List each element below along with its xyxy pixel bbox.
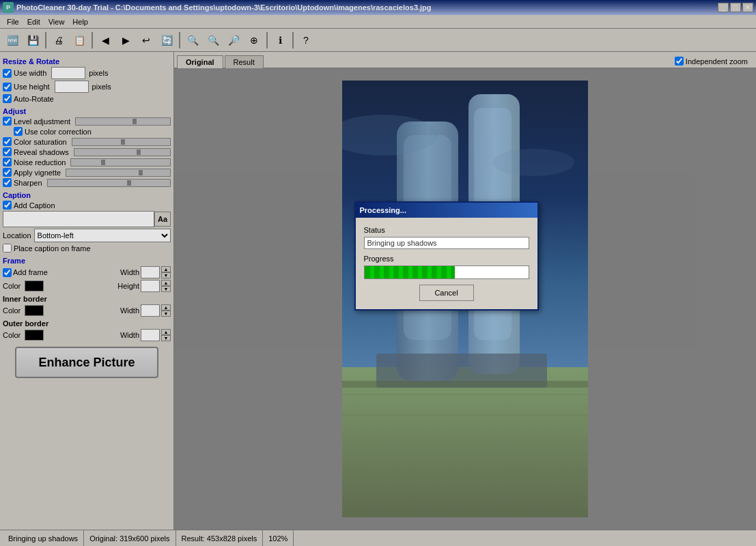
modal-title: Processing...	[360, 206, 406, 214]
modal-titlebar: Processing...	[356, 203, 537, 218]
processing-dialog: Processing... Status Bringing up shadows…	[354, 201, 539, 311]
status-label: Status	[364, 226, 529, 234]
cancel-button[interactable]: Cancel	[419, 285, 474, 301]
progress-bar-container	[364, 265, 529, 279]
progress-label: Progress	[364, 255, 529, 263]
modal-overlay: Processing... Status Bringing up shadows…	[0, 0, 756, 546]
progress-bar	[365, 266, 455, 278]
status-value: Bringing up shadows	[367, 239, 437, 247]
